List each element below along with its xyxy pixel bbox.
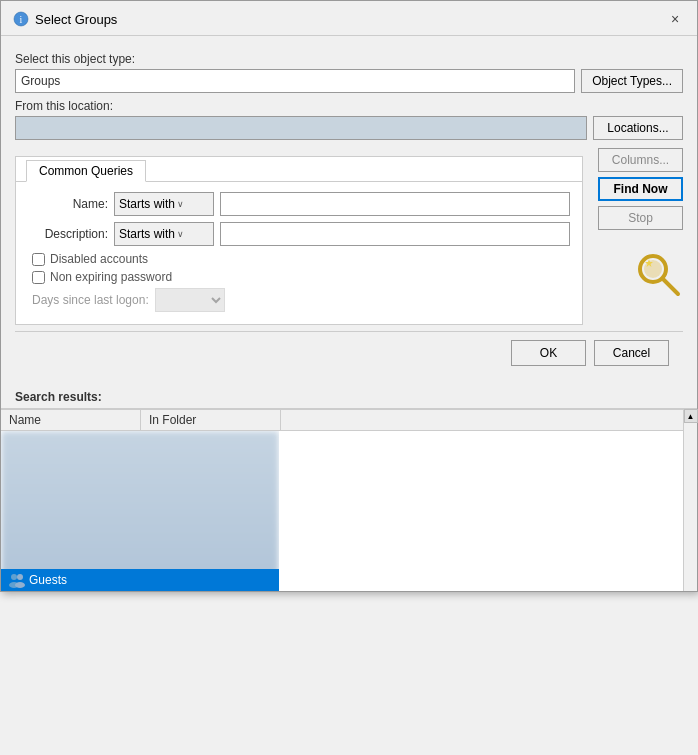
object-type-label: Select this object type: — [15, 52, 683, 66]
queries-content: Name: Starts with ∨ Description: Starts — [16, 182, 582, 324]
object-types-button[interactable]: Object Types... — [581, 69, 683, 93]
non-expiring-label: Non expiring password — [50, 270, 172, 284]
find-now-button[interactable]: Find Now — [598, 177, 683, 201]
location-row: Locations... — [15, 116, 683, 140]
name-starts-with-dropdown[interactable]: Starts with ∨ — [114, 192, 214, 216]
selected-item-name: Guests — [29, 573, 67, 587]
object-type-row: Object Types... — [15, 69, 683, 93]
non-expiring-checkbox[interactable] — [32, 271, 45, 284]
name-dropdown-arrow: ∨ — [177, 199, 184, 209]
location-input[interactable] — [15, 116, 587, 140]
description-query-label: Description: — [28, 227, 108, 241]
days-row: Days since last logon: — [28, 288, 570, 312]
svg-point-7 — [17, 574, 23, 580]
days-since-label: Days since last logon: — [32, 293, 149, 307]
scroll-up-button[interactable]: ▲ — [684, 409, 698, 423]
col-name-header: Name — [1, 410, 141, 430]
results-header: Name In Folder — [1, 409, 683, 431]
user-group-icon — [9, 572, 25, 588]
queries-tab: Common Queries — [16, 157, 582, 182]
disabled-accounts-label: Disabled accounts — [50, 252, 148, 266]
results-body: Guests — [1, 431, 683, 591]
magnifier-icon — [633, 249, 683, 299]
locations-button[interactable]: Locations... — [593, 116, 683, 140]
name-query-input[interactable] — [220, 192, 570, 216]
common-queries-tab[interactable]: Common Queries — [26, 160, 146, 182]
svg-point-6 — [11, 574, 17, 580]
empty-results — [279, 431, 669, 591]
location-label: From this location: — [15, 99, 683, 113]
svg-text:i: i — [20, 14, 23, 25]
cancel-button[interactable]: Cancel — [594, 340, 669, 366]
description-query-input[interactable] — [220, 222, 570, 246]
svg-point-9 — [15, 582, 25, 588]
ok-button[interactable]: OK — [511, 340, 586, 366]
description-dropdown-arrow: ∨ — [177, 229, 184, 239]
selected-row[interactable]: Guests — [1, 569, 279, 591]
search-results-label: Search results: — [1, 384, 697, 408]
right-section: Columns... Find Now Stop — [583, 148, 683, 325]
queries-panel: Common Queries Name: Starts with ∨ — [15, 156, 583, 325]
description-starts-with-text: Starts with — [119, 227, 175, 241]
scrollbar[interactable]: ▲ — [683, 409, 697, 591]
dialog-icon: i — [13, 11, 29, 27]
main-content: Common Queries Name: Starts with ∨ — [15, 148, 683, 325]
col-folder-header: In Folder — [141, 410, 281, 430]
results-table: Name In Folder Guests — [1, 409, 683, 591]
name-starts-with-text: Starts with — [119, 197, 175, 211]
name-query-row: Name: Starts with ∨ — [28, 192, 570, 216]
close-button[interactable]: × — [665, 9, 685, 29]
disabled-accounts-checkbox[interactable] — [32, 253, 45, 266]
description-query-row: Description: Starts with ∨ — [28, 222, 570, 246]
dialog-title: Select Groups — [35, 12, 117, 27]
days-dropdown[interactable] — [155, 288, 225, 312]
title-bar-left: i Select Groups — [13, 11, 117, 27]
dialog-footer: OK Cancel — [15, 331, 683, 374]
results-table-wrapper: Name In Folder Guests — [1, 408, 697, 591]
name-query-label: Name: — [28, 197, 108, 211]
title-bar: i Select Groups × — [1, 1, 697, 36]
stop-button[interactable]: Stop — [598, 206, 683, 230]
col-extra-header — [281, 410, 683, 430]
dialog-body: Select this object type: Object Types...… — [1, 36, 697, 384]
object-type-input[interactable] — [15, 69, 575, 93]
columns-button[interactable]: Columns... — [598, 148, 683, 172]
magnifier-icon-container — [633, 249, 683, 302]
select-groups-dialog: i Select Groups × Select this object typ… — [0, 0, 698, 592]
svg-line-3 — [663, 279, 678, 294]
non-expiring-row: Non expiring password — [28, 270, 570, 284]
left-section: Common Queries Name: Starts with ∨ — [15, 148, 583, 325]
blurred-results — [1, 431, 279, 591]
description-starts-with-dropdown[interactable]: Starts with ∨ — [114, 222, 214, 246]
disabled-accounts-row: Disabled accounts — [28, 252, 570, 266]
